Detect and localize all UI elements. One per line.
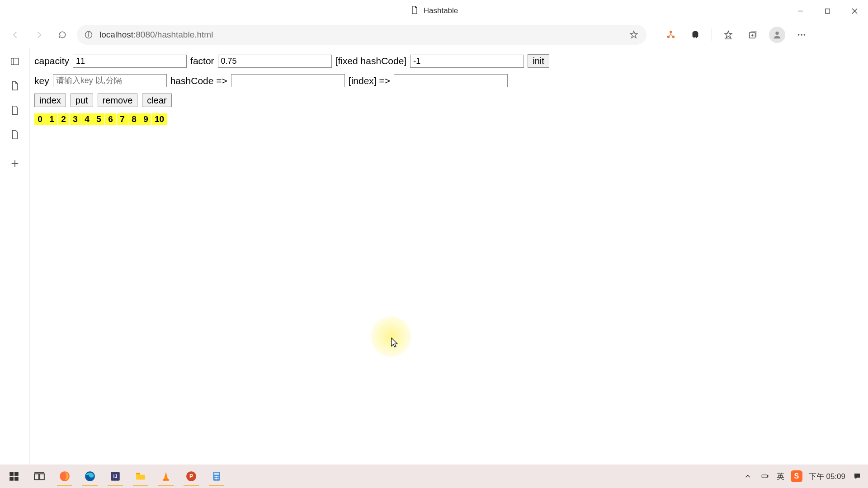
windows-taskbar: IJ P 英 S 下午 05:09 [0,465,868,488]
key-label: key [34,75,49,86]
close-button[interactable] [841,0,868,22]
svg-rect-23 [14,472,19,476]
svg-rect-27 [40,474,44,480]
bucket-cell: 9 [140,113,152,125]
ime-indicator[interactable]: 英 [777,471,784,482]
forward-button[interactable] [30,26,48,44]
browser-toolbar: localhost:8080/hashtable.html [0,22,868,48]
window-titlebar: Hashtable [0,0,868,22]
svg-rect-22 [9,472,14,476]
hashcode-output-label: hashCode => [170,75,227,86]
sidebar-document-icon[interactable] [6,77,24,95]
new-tab-button[interactable] [6,155,24,173]
svg-point-44 [217,478,219,479]
favorite-star-icon[interactable] [627,28,640,41]
bucket-row: 0 1 2 3 4 5 6 7 8 9 10 [34,113,863,125]
svg-point-42 [214,478,216,479]
url-path: /hashtable.html [155,30,213,39]
minimize-button[interactable] [787,0,814,22]
bucket-cell: 1 [46,113,58,125]
svg-rect-24 [9,477,14,481]
taskbar-edge-icon[interactable] [79,466,101,486]
tray-sogou-icon[interactable]: S [791,470,802,482]
tray-clock[interactable]: 下午 05:09 [809,471,845,482]
tray-battery-icon[interactable] [760,471,770,482]
collections-icon[interactable] [745,27,761,43]
svg-text:P: P [189,473,193,479]
taskbar-firefox-icon[interactable] [53,466,76,486]
svg-rect-33 [136,473,140,474]
url-text: localhost:8080/hashtable.html [99,30,622,40]
task-view-button[interactable] [28,466,51,486]
window-title: Hashtable [424,6,458,15]
sidebar-tab-icon-2[interactable] [6,126,24,144]
reload-button[interactable] [53,26,71,44]
svg-rect-18 [11,58,19,65]
address-bar[interactable]: localhost:8080/hashtable.html [77,25,646,45]
bucket-cell: 6 [105,113,117,125]
bucket-cell: 3 [70,113,81,125]
factor-input[interactable] [218,55,332,68]
bucket-cell: 0 [34,113,46,125]
toolbar-separator [712,28,712,41]
tray-chevron-up-icon[interactable] [742,471,753,482]
sidebar-panel-icon[interactable] [6,52,24,70]
fixed-hashcode-label: [fixed hashCode] [335,56,407,66]
svg-point-40 [216,476,217,478]
taskbar-vlc-icon[interactable] [155,466,177,486]
taskbar-calculator-icon[interactable] [205,466,228,486]
bucket-cell: 5 [93,113,105,125]
extension-elephant-icon[interactable] [687,27,703,43]
factor-label: factor [190,56,214,66]
svg-rect-26 [34,474,39,480]
svg-rect-38 [214,473,219,474]
remove-button[interactable]: remove [98,94,138,107]
url-port: :8080 [133,30,155,39]
svg-rect-46 [767,476,768,477]
svg-rect-45 [762,475,767,478]
bucket-cell: 2 [58,113,70,125]
site-info-icon[interactable] [83,29,94,40]
svg-point-14 [775,32,778,35]
index-button[interactable]: index [34,94,66,107]
put-button[interactable]: put [71,94,93,107]
index-output[interactable] [394,74,508,87]
vertical-tabs-sidebar [0,48,30,465]
favorites-icon[interactable] [720,27,736,43]
start-button[interactable] [3,466,25,486]
profile-avatar[interactable] [769,27,785,43]
capacity-input[interactable] [73,55,187,68]
init-button[interactable]: init [528,54,549,68]
svg-rect-1 [825,9,830,13]
url-host: localhost [99,30,133,39]
bucket-cell: 10 [152,113,167,125]
key-input[interactable] [53,74,167,87]
svg-point-17 [804,34,806,36]
svg-point-43 [216,478,217,479]
svg-point-6 [88,33,89,33]
document-icon [410,5,419,17]
index-output-label: [index] => [349,75,390,86]
svg-point-39 [214,476,216,478]
system-tray: 英 S 下午 05:09 [742,470,865,482]
clear-button[interactable]: clear [142,94,171,107]
bucket-cell: 7 [117,113,128,125]
hashcode-output[interactable] [231,74,345,87]
fixed-hashcode-input[interactable] [410,55,524,68]
capacity-label: capacity [34,56,69,66]
taskbar-explorer-icon[interactable] [129,466,152,486]
back-button[interactable] [6,26,24,44]
more-menu-icon[interactable] [793,27,810,43]
sidebar-tab-icon[interactable] [6,101,24,119]
tray-notification-icon[interactable] [852,471,863,482]
taskbar-powerpoint-icon[interactable]: P [180,466,203,486]
maximize-button[interactable] [814,0,841,22]
svg-point-16 [801,34,802,36]
svg-rect-25 [14,477,19,481]
svg-point-41 [217,476,219,478]
bucket-cell: 4 [81,113,93,125]
page-content: capacity factor [fixed hashCode] init ke… [30,48,868,465]
extension-tree-icon[interactable] [663,27,679,43]
svg-text:IJ: IJ [113,474,117,479]
taskbar-ide-icon[interactable]: IJ [104,466,127,486]
